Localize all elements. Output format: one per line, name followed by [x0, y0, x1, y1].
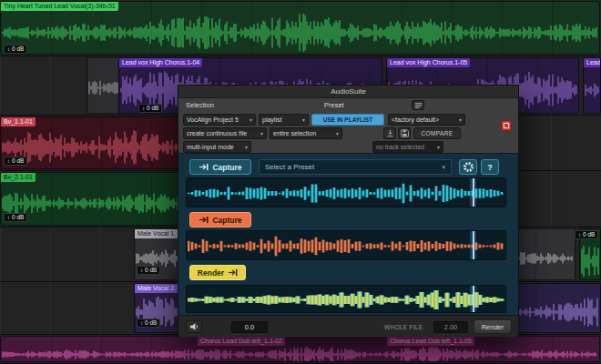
clip-label[interactable]: Bv_2.1-01: [1, 173, 36, 182]
plugin-preset-value: Select a Preset: [265, 163, 314, 171]
compare-button[interactable]: COMPARE: [413, 127, 461, 139]
audio-clip[interactable]: Chorus Lead Dub left_1.1-02 Chorus Lead …: [0, 336, 600, 362]
waveform: [585, 70, 599, 110]
clip-label[interactable]: Lead: [584, 58, 601, 67]
capture-guide-label: Capture: [212, 163, 241, 172]
import-preset-icon[interactable]: [383, 127, 396, 139]
guide-waveform-display[interactable]: [186, 177, 506, 207]
preset-header: Preset: [324, 101, 344, 109]
gain-value: 0 dB: [147, 104, 158, 113]
clip-label[interactable]: Lead vox High Chorus.1-05: [387, 58, 470, 67]
plugin-selector[interactable]: VocAlign Project 5 ▾: [183, 114, 256, 126]
track-selector-value: no track selected: [376, 144, 424, 150]
target-icon: [503, 122, 510, 129]
gain-value: 0 dB: [12, 213, 24, 222]
track-lead-vocal: Tiny Heart Tuned Lead Vocal(3)-34b-01 ↕ …: [0, 0, 601, 56]
fader-icon: ↕: [578, 230, 581, 239]
preview-speaker-button[interactable]: [186, 320, 202, 333]
use-in-playlist-button[interactable]: USE IN PLAYLIST: [311, 114, 384, 126]
fader-icon: ↕: [7, 157, 10, 166]
vocalign-plugin-panel: Capture Select a Preset ▾ ? Capture: [178, 153, 518, 315]
clip-label[interactable]: Bv_1.1-01: [1, 117, 36, 126]
input-mode-value: multi-input mode: [187, 144, 234, 150]
audiosuite-header: Selection Preset VocAlign Project 5 ▾ pl…: [178, 98, 518, 153]
preset-librarian-menu-icon[interactable]: [412, 100, 424, 110]
target-button[interactable]: [501, 120, 512, 131]
chevron-down-icon: ▾: [302, 116, 305, 123]
capture-arrow-icon: [199, 216, 209, 224]
clip-label[interactable]: Lead vox High Chorus.1-04: [119, 58, 202, 67]
file-mode-value: create continuous file: [187, 130, 247, 136]
gain-value: 0 dB: [12, 45, 24, 54]
fader-icon: ↕: [142, 104, 145, 113]
volume-badge[interactable]: ↕ 0 dB: [137, 318, 160, 328]
capture-dub-button[interactable]: Capture: [189, 212, 251, 228]
footer-render-button[interactable]: Render: [474, 319, 512, 334]
waveform: [581, 242, 599, 280]
playlist-mode-selector[interactable]: playlist ▾: [259, 114, 309, 126]
clip-label[interactable]: Male Vocal 1.: [135, 229, 178, 238]
clip-label[interactable]: Chorus Lead Dub left_1.1-05: [387, 337, 474, 346]
selection-reference-selector[interactable]: entire selection ▾: [270, 127, 342, 139]
playhead-marker: [470, 231, 476, 259]
help-button[interactable]: ?: [481, 159, 499, 175]
volume-badge[interactable]: ↕ 0 dB: [4, 157, 27, 166]
selection-reference-value: entire selection: [273, 130, 316, 136]
clip-label[interactable]: Male Vocal 2.: [135, 284, 178, 293]
edit-window: Tiny Heart Tuned Lead Vocal(3)-34b-01 ↕ …: [0, 0, 601, 364]
playhead-marker: [470, 178, 476, 207]
fader-icon: ↕: [7, 213, 10, 222]
gear-icon: [463, 161, 474, 173]
volume-badge[interactable]: ↕ 0 dB: [137, 266, 160, 275]
render-label: Render: [198, 268, 224, 278]
dub-waveform-display[interactable]: [186, 230, 506, 260]
volume-badge[interactable]: ↕ 0 dB: [575, 230, 598, 239]
gain-value: 0 dB: [12, 157, 24, 166]
capture-guide-button[interactable]: Capture: [189, 159, 251, 175]
clip-label[interactable]: Tiny Heart Tuned Lead Vocal(3)-34b-01: [1, 2, 118, 11]
chevron-down-icon: ▾: [442, 164, 445, 171]
track-chorus-lead-dub: Chorus Lead Dub left_1.1-02 Chorus Lead …: [0, 335, 601, 364]
audio-clip[interactable]: Lead: [583, 57, 601, 114]
audiosuite-window: AudioSuite Selection Preset VocAlign Pro…: [178, 85, 519, 337]
window-titlebar[interactable]: AudioSuite: [178, 86, 518, 98]
plugin-preset-dropdown[interactable]: Select a Preset ▾: [259, 159, 452, 175]
fader-icon: ↕: [140, 266, 143, 275]
volume-badge[interactable]: ↕ 0 dB: [138, 104, 162, 113]
gain-value: 0 dB: [145, 318, 157, 328]
chevron-down-icon: ▾: [245, 144, 248, 150]
save-preset-icon[interactable]: [398, 127, 411, 139]
handle-length-value[interactable]: 2.00: [433, 321, 468, 333]
waveform: [88, 66, 119, 109]
waveform: [2, 12, 598, 54]
audio-clip[interactable]: Tiny Heart Tuned Lead Vocal(3)-34b-01: [0, 1, 600, 55]
chevron-down-icon: ▾: [260, 130, 263, 136]
fader-icon: ↕: [140, 318, 143, 328]
clip-label[interactable]: Chorus Lead Dub left_1.1-02: [198, 337, 285, 346]
track-selector[interactable]: no track selected ▾: [372, 141, 443, 153]
gain-value: 0 dB: [583, 230, 595, 239]
aligned-waveform-display[interactable]: [186, 285, 506, 313]
gain-value: 0 dB: [145, 266, 157, 275]
playhead-marker: [470, 286, 476, 312]
chevron-down-icon: ▾: [437, 144, 440, 150]
file-mode-selector[interactable]: create continuous file ▾: [183, 127, 267, 139]
aligned-waveform: [188, 288, 504, 311]
capture-arrow-icon: [199, 163, 209, 171]
volume-badge[interactable]: ↕ 0 dB: [4, 45, 27, 54]
settings-gear-button[interactable]: [459, 159, 477, 175]
chevron-down-icon: ▾: [336, 130, 339, 136]
whole-file-label: WHOLE FILE: [384, 324, 423, 330]
chevron-down-icon: ▾: [459, 116, 462, 123]
audio-clip[interactable]: [87, 57, 121, 114]
playlist-mode-value: playlist: [262, 116, 281, 123]
preset-selector-value: <factory default>: [392, 116, 439, 123]
render-arrow-icon: [228, 268, 238, 277]
preview-volume-value[interactable]: 0.0: [231, 321, 268, 333]
guide-waveform: [188, 181, 504, 206]
input-mode-selector[interactable]: multi-input mode ▾: [183, 141, 251, 153]
dub-waveform: [188, 234, 504, 258]
volume-badge[interactable]: ↕ 0 dB: [4, 213, 27, 222]
render-button[interactable]: Render: [189, 265, 246, 280]
preset-selector[interactable]: <factory default> ▾: [388, 114, 465, 126]
